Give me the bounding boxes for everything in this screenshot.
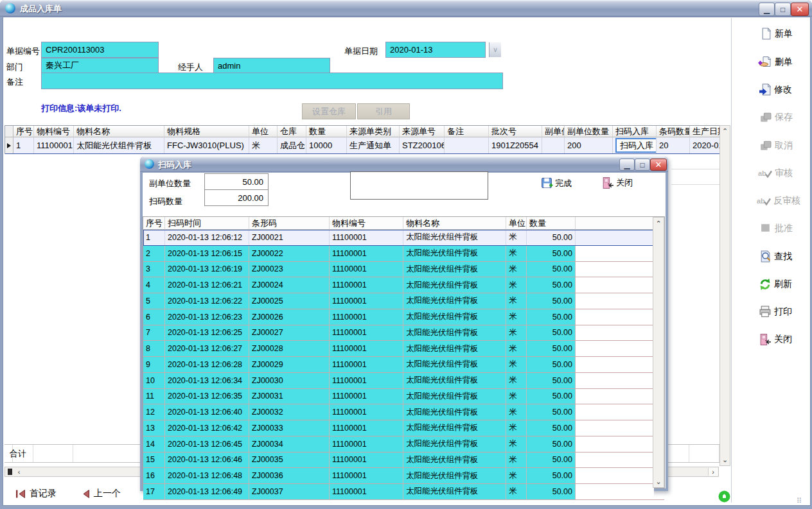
scroll-right-icon[interactable]: ›: [708, 468, 718, 476]
filler-cell: [576, 230, 654, 245]
scan-cell: 米: [506, 373, 527, 388]
nav-first-record[interactable]: 首记录: [15, 488, 57, 499]
column-header: 单位: [506, 217, 527, 230]
scan-cell: 11100001: [330, 325, 403, 341]
scan-table-row[interactable]: 152020-01-13 12:06:46ZJ0003511100001太阳能光…: [143, 453, 664, 469]
dialog-close-action-button[interactable]: 关闭: [601, 177, 633, 189]
scan-cell: 2020-01-13 12:06:46: [165, 453, 249, 468]
scan-cell: 2020-01-13 12:06:25: [165, 325, 249, 341]
sum-cell: [33, 445, 73, 462]
sidebar-divider: [731, 18, 732, 503]
reference-button[interactable]: 引用: [357, 103, 410, 119]
main-vertical-scrollbar[interactable]: ⌃ ⌄: [719, 125, 730, 466]
barcode-scan-input[interactable]: [350, 171, 488, 200]
nav-previous[interactable]: 上一个: [82, 488, 121, 499]
main-cell: STZ2001060: [400, 137, 445, 153]
sidebar-button-delete[interactable]: 删单: [758, 56, 793, 68]
sidebar-button-find[interactable]: 查找: [759, 250, 792, 263]
sidebar-button-close[interactable]: 关闭: [759, 333, 792, 346]
dialog-vertical-scrollbar[interactable]: ⌃ ⌄: [653, 217, 664, 488]
scan-cell: 11100001: [330, 436, 403, 452]
scan-table-row[interactable]: 42020-01-13 12:06:21ZJ0002411100001太阳能光伏…: [143, 277, 664, 293]
doc-date-dropdown[interactable]: ∨: [489, 42, 501, 57]
scan-table-row[interactable]: 112020-01-13 12:06:35ZJ0003111100001太阳能光…: [143, 389, 664, 405]
main-table-row[interactable]: 111100001太阳能光伏组件背板FFC-JW3010(PLUS)米成品仓10…: [5, 137, 720, 154]
title-bar: 成品入库单 ▁ □ ✕: [0, 0, 812, 17]
scan-table-row[interactable]: 122020-01-13 12:06:40ZJ0003211100001太阳能光…: [143, 404, 664, 420]
scan-table-row[interactable]: 172020-01-13 12:06:49ZJ0003711100001太阳能光…: [143, 484, 664, 500]
sidebar-button-refresh[interactable]: 刷新: [759, 278, 792, 291]
scan-cell: 米: [506, 484, 527, 499]
sidebar-label: 关闭: [774, 334, 792, 345]
dialog-close-button[interactable]: ✕: [650, 159, 667, 171]
scan-table-row[interactable]: 132020-01-13 12:06:42ZJ0003311100001太阳能光…: [143, 420, 664, 436]
scan-cell: 米: [506, 262, 527, 277]
close-button[interactable]: ✕: [791, 3, 809, 16]
filler-cell: [576, 484, 654, 499]
column-header: 副单位数量: [565, 126, 613, 137]
doc-no-field[interactable]: CPR200113003: [41, 42, 159, 58]
sub-unit-qty-field[interactable]: 50.00: [204, 173, 269, 190]
scan-table-row[interactable]: 142020-01-13 12:06:45ZJ0003411100001太阳能光…: [143, 436, 664, 453]
grid-line: [671, 169, 719, 169]
column-header: 条形码: [249, 217, 330, 230]
scan-qty-field[interactable]: 200.00: [204, 189, 269, 206]
set-warehouse-button[interactable]: 设置仓库: [302, 103, 356, 119]
scan-cell: ZJ00031: [249, 389, 330, 404]
scroll-down-icon[interactable]: ⌄: [721, 456, 728, 463]
sidebar-button-modify[interactable]: 修改: [759, 83, 792, 96]
sidebar-button-save[interactable]: 保存: [759, 111, 793, 123]
dialog-title: 扫码入库: [158, 159, 191, 171]
scan-cell: 11100001: [330, 484, 403, 499]
scan-table-row[interactable]: 52020-01-13 12:06:22ZJ0002511100001太阳能光伏…: [143, 293, 664, 309]
dialog-maximize-button[interactable]: □: [635, 159, 650, 171]
handler-field[interactable]: admin: [213, 58, 330, 73]
scan-table-row[interactable]: 82020-01-13 12:06:27ZJ0002811100001太阳能光伏…: [143, 341, 664, 357]
doc-date-field[interactable]: 2020-01-13: [385, 42, 486, 58]
scroll-up-icon[interactable]: ⌃: [721, 128, 728, 135]
finish-button[interactable]: 完成: [541, 177, 572, 189]
filler-cell: [576, 325, 654, 341]
minimize-button[interactable]: ▁: [759, 3, 775, 16]
scan-cell: 8: [143, 341, 165, 356]
sidebar-button-approve[interactable]: 批准: [760, 222, 793, 234]
scroll-up-icon[interactable]: ⌃: [655, 220, 662, 227]
scan-table-row[interactable]: 92020-01-13 12:06:28ZJ0002911100001太阳能光伏…: [143, 357, 664, 373]
sum-label: 合计: [10, 448, 26, 460]
scan-table-row[interactable]: 32020-01-13 12:06:19ZJ0002311100001太阳能光伏…: [143, 262, 664, 278]
sidebar-button-cancel[interactable]: 取消: [759, 139, 793, 151]
scan-table-header: 序号扫码时间条形码物料编号物料名称单位数量: [143, 217, 664, 230]
scan-cell: ZJ00024: [249, 277, 330, 293]
scan-table-row[interactable]: 102020-01-13 12:06:34ZJ0003011100001太阳能光…: [143, 373, 664, 389]
scan-entry-button[interactable]: 扫码入库: [615, 138, 657, 153]
scan-cell: 2020-01-13 12:06:35: [165, 389, 249, 404]
sidebar-button-new[interactable]: 新单: [760, 28, 793, 40]
sidebar-button-reverse-audit[interactable]: ab 反审核: [757, 194, 800, 207]
resize-grip[interactable]: ⠿: [797, 497, 802, 505]
scan-table-row[interactable]: 22020-01-13 12:06:15ZJ0002211100001太阳能光伏…: [143, 246, 664, 262]
scan-cell: 太阳能光伏组件背板: [403, 484, 506, 499]
dept-field[interactable]: 秦兴工厂: [41, 58, 159, 73]
scan-cell: 11100001: [330, 293, 403, 309]
dialog-minimize-button[interactable]: ▁: [619, 159, 635, 171]
maximize-button[interactable]: □: [775, 3, 791, 16]
column-header: 物料编号: [330, 217, 403, 230]
main-cell: 10000: [306, 137, 347, 153]
scan-cell: 太阳能光伏组件背板: [403, 453, 506, 468]
scan-table-row[interactable]: 62020-01-13 12:06:23ZJ0002611100001太阳能光伏…: [143, 309, 664, 325]
scroll-down-icon[interactable]: ⌄: [655, 478, 662, 485]
scan-cell: 太阳能光伏组件背板: [403, 373, 506, 388]
scan-cell: 11100001: [330, 230, 403, 245]
scan-table-row[interactable]: 12020-01-13 12:06:12ZJ0002111100001太阳能光伏…: [143, 230, 664, 246]
scrollbar-thumb[interactable]: [8, 469, 12, 475]
remark-field[interactable]: [41, 73, 503, 89]
main-cell: 成品仓: [278, 137, 306, 153]
sidebar-button-audit[interactable]: ab 审核: [758, 167, 793, 179]
scan-table-row[interactable]: 72020-01-13 12:06:25ZJ0002711100001太阳能光伏…: [143, 325, 664, 341]
close-door-icon: [759, 333, 772, 346]
scan-cell: 4: [143, 277, 165, 293]
sidebar-button-print[interactable]: 打印: [759, 306, 792, 318]
scroll-left-icon[interactable]: ‹: [15, 469, 22, 476]
green-check-icon: [718, 490, 730, 503]
scan-table-row[interactable]: 162020-01-13 12:06:48ZJ0003611100001太阳能光…: [143, 468, 664, 484]
